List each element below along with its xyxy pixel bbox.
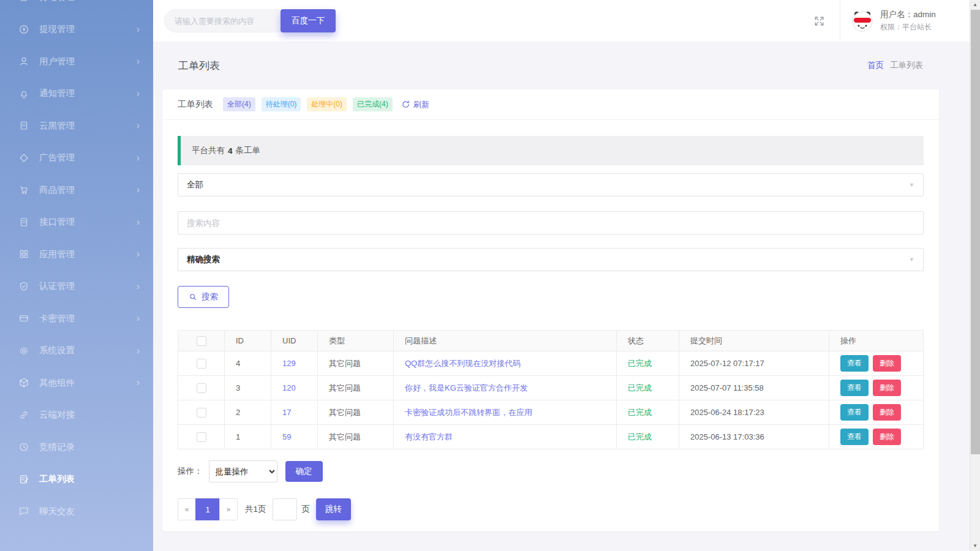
refresh-button[interactable]: 刷新	[401, 99, 429, 110]
filter-badge-processing[interactable]: 处理中(0)	[307, 97, 347, 111]
uid-link[interactable]: 120	[282, 383, 296, 392]
worklist-card: 工单列表 全部(4) 待处理(0) 处理中(0) 已完成(4) 刷新 平台共有 …	[162, 89, 939, 531]
sidebar-item-cardkeys[interactable]: 卡密管理 ›	[0, 302, 153, 335]
row-checkbox[interactable]	[197, 408, 206, 418]
view-button[interactable]: 查看	[840, 429, 869, 445]
chevron-down-icon: ▼	[909, 257, 914, 263]
sidebar-item-auth[interactable]: 认证管理 ›	[0, 271, 153, 303]
prev-page-button[interactable]: «	[178, 498, 196, 520]
delete-button[interactable]: 删除	[873, 404, 901, 421]
sidebar-item-worklist[interactable]: 工单列表	[0, 463, 153, 496]
page-unit-label: 页	[302, 504, 311, 515]
sidebar-item-apps[interactable]: 应用管理 ›	[0, 238, 153, 271]
worklist-table: ID UID 类型 问题描述 状态 提交时间 操作	[178, 330, 924, 449]
sidebar-item-withdraw[interactable]: ¥ 提现管理 ›	[0, 13, 153, 46]
mode-filter-select[interactable]: 精确搜索 ▼	[178, 248, 924, 271]
jump-button[interactable]: 跳转	[316, 498, 351, 520]
delete-button[interactable]: 删除	[873, 380, 901, 396]
view-button[interactable]: 查看	[840, 404, 869, 421]
current-page-button[interactable]: 1	[195, 498, 220, 520]
batch-action-select[interactable]: 批量操作	[209, 460, 277, 482]
cell-actions: 查看删除	[829, 376, 924, 400]
card-header: 工单列表 全部(4) 待处理(0) 处理中(0) 已完成(4) 刷新	[162, 89, 939, 120]
scroll-down-arrow-icon[interactable]: ▼	[970, 541, 980, 551]
desc-link[interactable]: 卡密验证成功后不跳转界面，在应用	[405, 408, 532, 417]
cell-id: 3	[225, 376, 271, 400]
chevron-right-icon: ›	[137, 24, 140, 34]
sidebar-item-chat[interactable]: 聊天交友	[0, 495, 153, 528]
cube-icon	[18, 377, 29, 388]
diamond-icon	[18, 152, 29, 163]
desc-link[interactable]: QQ群怎么搜不到现在没对接代码	[405, 359, 521, 368]
filter-badge-all[interactable]: 全部(4)	[223, 97, 255, 111]
cell-time: 2025-06-13 17:03:36	[679, 425, 829, 449]
fullscreen-icon[interactable]	[813, 15, 825, 27]
scrollbar-thumb[interactable]	[971, 10, 980, 454]
keyword-search-input[interactable]	[178, 211, 924, 234]
info-prefix: 平台共有	[192, 145, 225, 156]
filter-badge-pending[interactable]: 待处理(0)	[262, 97, 301, 111]
role-value: 平台站长	[902, 23, 932, 31]
row-checkbox[interactable]	[197, 359, 206, 369]
sidebar-item-label: 提现管理	[39, 23, 75, 35]
chevron-right-icon: ›	[137, 282, 140, 291]
sidebar-item-substation[interactable]: 分站管理 ›	[0, 0, 153, 13]
sidebar-item-notifications[interactable]: 通知管理 ›	[0, 78, 153, 110]
view-button[interactable]: 查看	[840, 380, 869, 396]
uid-link[interactable]: 17	[282, 408, 291, 417]
status-badge: 已完成	[628, 359, 652, 368]
user-menu[interactable]: 用户名：admin 权限：平台站长	[840, 0, 970, 42]
topbar-search-input[interactable]	[164, 9, 287, 32]
cell-desc: 卡密验证成功后不跳转界面，在应用	[394, 400, 617, 425]
sidebar-item-label: 系统设置	[39, 345, 75, 356]
cell-actions: 查看删除	[829, 400, 924, 425]
main-area: 百度一下 用户名：admin 权限：平台站长	[153, 0, 970, 551]
table-header-row: ID UID 类型 问题描述 状态 提交时间 操作	[178, 331, 924, 351]
next-page-button[interactable]: »	[219, 498, 238, 520]
view-button[interactable]: 查看	[840, 355, 869, 372]
delete-button[interactable]: 删除	[873, 429, 901, 445]
sidebar-item-components[interactable]: 其他组件 ›	[0, 367, 153, 399]
cell-id: 4	[225, 351, 271, 376]
cell-desc: QQ群怎么搜不到现在没对接代码	[394, 351, 617, 376]
gear-icon	[18, 345, 29, 356]
row-checkbox[interactable]	[197, 432, 206, 442]
confirm-button[interactable]: 确定	[285, 461, 323, 482]
chevron-down-icon: ▼	[909, 182, 914, 188]
sidebar-item-blacklist[interactable]: 云黑管理 ›	[0, 110, 153, 142]
sidebar-item-ads[interactable]: 广告管理 ›	[0, 142, 153, 174]
sidebar-item-settings[interactable]: 系统设置 ›	[0, 335, 153, 367]
sidebar-item-cloudlink[interactable]: 云端对接	[0, 399, 153, 432]
cell-status: 已完成	[617, 351, 679, 376]
chevron-right-icon: ›	[137, 313, 140, 323]
delete-button[interactable]: 删除	[873, 355, 901, 372]
sidebar-item-users[interactable]: 用户管理 ›	[0, 45, 153, 78]
breadcrumb-current: 工单列表	[890, 61, 923, 70]
desc-link[interactable]: 有没有官方群	[405, 432, 453, 441]
card-body: 平台共有 4 条工单 全部 ▼ 精确搜索 ▼	[162, 120, 939, 520]
chevron-right-icon: ›	[137, 249, 140, 259]
baidu-search-button[interactable]: 百度一下	[281, 9, 336, 32]
header-checkbox-cell	[178, 331, 225, 351]
type-filter-select[interactable]: 全部 ▼	[178, 173, 924, 197]
select-all-checkbox[interactable]	[197, 336, 206, 346]
chevron-right-icon: ›	[137, 56, 140, 66]
search-button[interactable]: 搜索	[178, 286, 229, 308]
row-checkbox[interactable]	[197, 383, 206, 393]
sidebar-item-label: 竞猜记录	[39, 441, 75, 453]
uid-link[interactable]: 59	[282, 432, 291, 441]
sidebar-item-products[interactable]: 商品管理 ›	[0, 174, 153, 206]
header-id: ID	[225, 331, 271, 351]
page-jump-input[interactable]	[273, 498, 297, 520]
sidebar-item-label: 云端对接	[39, 409, 75, 421]
svg-text:¥: ¥	[23, 27, 26, 32]
scroll-up-arrow-icon[interactable]: ▲	[970, 0, 980, 10]
cell-type: 其它问题	[318, 400, 394, 425]
sidebar-item-api[interactable]: 接口管理 ›	[0, 206, 153, 239]
filter-badge-done[interactable]: 已完成(4)	[353, 97, 393, 111]
cell-time: 2025-07-07 11:35:58	[679, 376, 829, 400]
desc-link[interactable]: 你好，我是KG云验证官方合作开发	[405, 383, 528, 392]
sidebar-item-guess-records[interactable]: 竞猜记录	[0, 431, 153, 463]
uid-link[interactable]: 129	[282, 359, 296, 368]
breadcrumb-home-link[interactable]: 首页	[867, 61, 884, 70]
